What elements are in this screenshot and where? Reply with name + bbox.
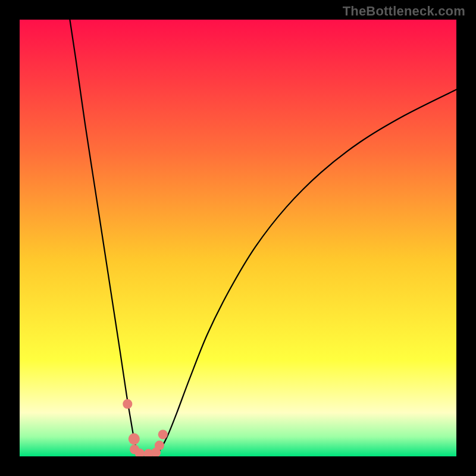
curve-layer [20, 20, 456, 456]
data-marker [129, 433, 140, 444]
data-marker [158, 430, 168, 439]
data-markers [123, 399, 168, 456]
data-marker [123, 399, 132, 409]
plot-area [20, 20, 456, 456]
watermark-text: TheBottleneck.com [343, 4, 465, 19]
chart-stage: TheBottleneck.com [0, 0, 476, 476]
bottleneck-curve [70, 20, 456, 455]
data-marker [155, 441, 164, 450]
